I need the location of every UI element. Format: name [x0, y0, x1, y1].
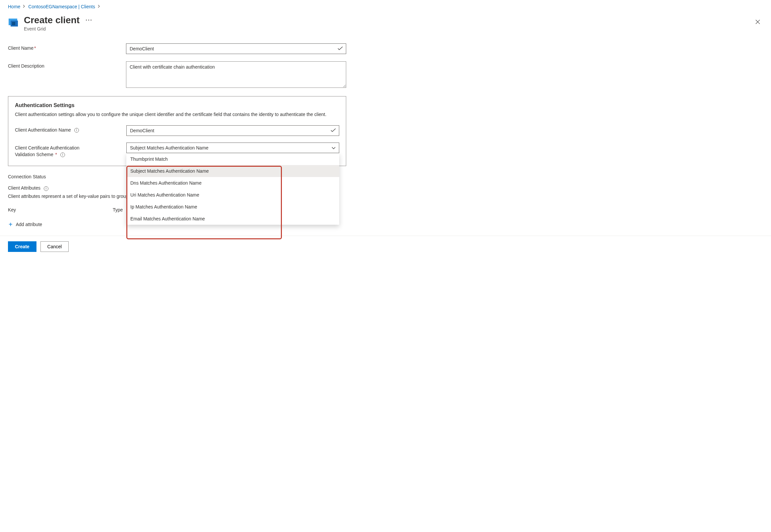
footer-bar: Create Cancel [0, 236, 771, 257]
auth-name-input[interactable] [126, 125, 339, 136]
client-name-label: Client Name [8, 45, 33, 51]
validation-scheme-selected: Subject Matches Authentication Name [130, 145, 208, 150]
info-icon[interactable]: i [44, 186, 48, 191]
svg-rect-2 [12, 22, 15, 25]
client-description-input[interactable] [126, 61, 346, 88]
scheme-option-thumbprint[interactable]: Thumbprint Match [126, 153, 339, 165]
info-icon[interactable]: i [60, 152, 65, 157]
scheme-option-ip[interactable]: Ip Matches Authentication Name [126, 201, 339, 213]
create-button[interactable]: Create [8, 241, 36, 252]
chevron-right-icon [23, 4, 26, 9]
page-title: Create client [24, 15, 80, 26]
auth-settings-heading: Authentication Settings [15, 102, 339, 108]
authentication-settings-section: Authentication Settings Client authentic… [8, 96, 346, 166]
more-actions-button[interactable]: ··· [86, 17, 92, 24]
client-name-input[interactable] [126, 43, 346, 54]
add-attribute-button[interactable]: + Add attribute [8, 220, 43, 229]
page-subtitle: Event Grid [24, 26, 763, 31]
chevron-right-icon [98, 4, 100, 9]
add-attribute-label: Add attribute [16, 222, 42, 227]
scheme-option-uri[interactable]: Uri Matches Authentication Name [126, 189, 339, 201]
breadcrumb-home[interactable]: Home [8, 4, 20, 9]
auth-settings-description: Client authentication settings allow you… [15, 111, 339, 118]
breadcrumb-namespace-clients[interactable]: ContosoEGNamespace | Clients [28, 4, 95, 9]
close-icon[interactable] [753, 17, 762, 28]
validation-scheme-label-line1: Client Certificate Authentication [15, 145, 80, 150]
required-marker: * [54, 152, 57, 157]
chevron-down-icon [331, 145, 335, 150]
scheme-option-subject[interactable]: Subject Matches Authentication Name [126, 165, 339, 177]
plus-icon: + [9, 221, 13, 228]
cancel-button[interactable]: Cancel [40, 241, 69, 252]
scheme-option-dns[interactable]: Dns Matches Authentication Name [126, 177, 339, 189]
event-grid-icon [8, 17, 19, 28]
client-description-label: Client Description [8, 63, 44, 69]
validation-scheme-options: Thumbprint Match Subject Matches Authent… [126, 153, 339, 225]
info-icon[interactable]: i [74, 128, 79, 133]
required-marker: * [34, 45, 36, 51]
scheme-option-email[interactable]: Email Matches Authentication Name [126, 213, 339, 225]
attr-column-key: Key [8, 207, 113, 212]
client-attributes-heading: Client Attributes [8, 185, 40, 191]
breadcrumb: Home ContosoEGNamespace | Clients [8, 4, 763, 9]
validation-scheme-label-line2: Validation Scheme [15, 152, 53, 157]
validation-scheme-dropdown[interactable]: Subject Matches Authentication Name [126, 143, 339, 153]
auth-name-label: Client Authentication Name [15, 127, 71, 133]
